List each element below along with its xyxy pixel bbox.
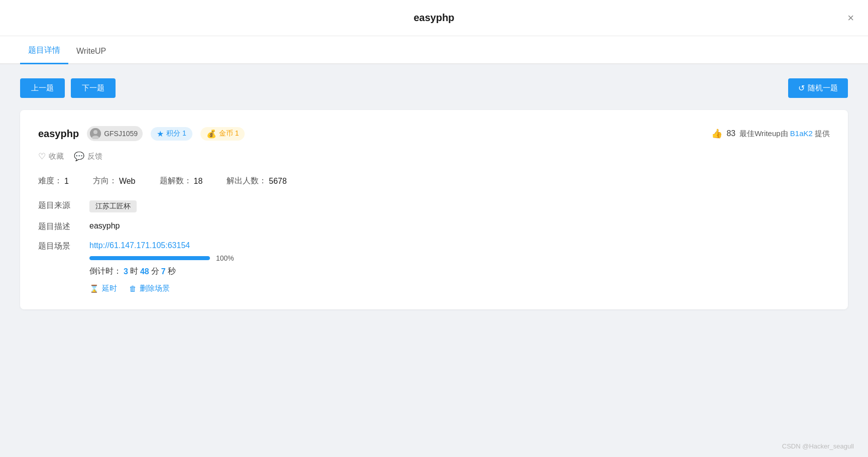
timer-seconds-unit: 秒: [168, 266, 176, 277]
timer-label: 倒计时：: [89, 266, 122, 277]
action-left: 上一题 下一题: [20, 78, 116, 98]
delay-icon: ⌛: [89, 284, 99, 293]
score-label: 积分 1: [166, 129, 186, 138]
progress-row: 100%: [89, 254, 234, 262]
direction-value: Web: [119, 177, 136, 186]
timer-seconds: 7: [161, 267, 166, 276]
author-badge: GFSJ1059: [87, 126, 143, 141]
difficulty-label: 难度：: [38, 176, 62, 186]
coin-icon: 💰: [206, 129, 216, 139]
scene-row: 题目场景 http://61.147.171.105:63154 100%: [38, 241, 830, 293]
author-name: GFSJ1059: [104, 130, 138, 138]
card-top: easyphp GFSJ1059 ★ 积分 1: [38, 126, 830, 141]
info-section: 题目来源 江苏工匠杯 题目描述 easyphp 题目场景 http://61.1…: [38, 200, 830, 293]
modal-container: easyphp × 题目详情 WriteUP 上一题 下一题 ↺ 随机一题 ea…: [0, 0, 868, 457]
delete-action[interactable]: 🗑 删除场景: [129, 284, 170, 293]
solvers-value: 5678: [269, 177, 287, 186]
scene-content: http://61.147.171.105:63154 100% 倒计时： 3 …: [89, 241, 234, 293]
source-value: 江苏工匠杯: [89, 200, 137, 212]
challenge-card: easyphp GFSJ1059 ★ 积分 1: [20, 110, 848, 309]
feedback-label: 反馈: [87, 152, 102, 161]
difficulty-item: 难度： 1: [38, 176, 69, 186]
challenge-title: easyphp: [38, 128, 79, 140]
random-button[interactable]: ↺ 随机一题: [788, 78, 848, 98]
star-icon: ★: [157, 129, 164, 139]
modal-header: easyphp ×: [0, 0, 868, 36]
scene-url[interactable]: http://61.147.171.105:63154: [89, 241, 190, 250]
tabs-bar: 题目详情 WriteUP: [0, 36, 868, 64]
writeup-credit: 最佳Writeup由 B1aK2 提供: [739, 129, 830, 139]
actions-row: ♡ 收藏 💬 反馈: [38, 151, 830, 162]
delete-label: 删除场景: [140, 284, 170, 293]
progress-text: 100%: [216, 254, 234, 262]
footer-actions: ⌛ 延时 🗑 删除场景: [89, 284, 234, 293]
source-row: 题目来源 江苏工匠杯: [38, 200, 830, 212]
collect-action[interactable]: ♡ 收藏: [38, 151, 64, 162]
random-button-label: 随机一题: [808, 83, 838, 93]
desc-row: 题目描述 easyphp: [38, 221, 830, 232]
prev-button[interactable]: 上一题: [20, 78, 65, 98]
modal-title: easyphp: [413, 12, 454, 24]
direction-item: 方向： Web: [93, 176, 136, 186]
timer-row: 倒计时： 3 时 48 分 7 秒: [89, 266, 234, 277]
refresh-icon: ↺: [798, 83, 805, 93]
heart-icon: ♡: [38, 151, 46, 162]
solutions-value: 18: [194, 177, 203, 186]
next-button[interactable]: 下一题: [71, 78, 116, 98]
timer-minutes: 48: [140, 267, 149, 276]
delay-action[interactable]: ⌛ 延时: [89, 284, 117, 293]
collect-label: 收藏: [49, 152, 64, 161]
solutions-label: 题解数：: [160, 176, 192, 186]
direction-label: 方向：: [93, 176, 117, 186]
timer-hours: 3: [124, 267, 128, 276]
score-badge: ★ 积分 1: [151, 127, 192, 141]
comment-icon: 💬: [74, 151, 84, 162]
thumbup-icon: 👍: [711, 128, 722, 139]
card-right: 👍 83 最佳Writeup由 B1aK2 提供: [711, 128, 830, 139]
feedback-action[interactable]: 💬 反馈: [74, 151, 102, 162]
meta-row: 难度： 1 方向： Web 题解数： 18 解出人数： 5678: [38, 176, 830, 186]
writeup-author: B1aK2: [790, 129, 813, 138]
scene-label: 题目场景: [38, 241, 83, 252]
progress-bar-fill: [89, 256, 210, 260]
card-title-row: easyphp GFSJ1059 ★ 积分 1: [38, 126, 245, 141]
trash-icon: 🗑: [129, 284, 137, 293]
tab-writeup[interactable]: WriteUP: [68, 38, 114, 64]
solvers-item: 解出人数： 5678: [227, 176, 287, 186]
tab-detail[interactable]: 题目详情: [20, 36, 68, 64]
difficulty-value: 1: [64, 177, 69, 186]
author-avatar: [90, 128, 101, 139]
svg-point-1: [93, 130, 97, 134]
action-bar: 上一题 下一题 ↺ 随机一题: [20, 78, 848, 98]
desc-label: 题目描述: [38, 221, 83, 232]
solutions-item: 题解数： 18: [160, 176, 203, 186]
coin-label: 金币 1: [219, 129, 239, 138]
timer-minutes-unit: 分: [151, 266, 159, 277]
delay-label: 延时: [102, 284, 117, 293]
like-count: 83: [726, 129, 735, 138]
close-button[interactable]: ×: [847, 13, 854, 24]
timer-hours-unit: 时: [130, 266, 138, 277]
source-label: 题目来源: [38, 200, 83, 211]
progress-bar-bg: [89, 256, 210, 260]
coin-badge: 💰 金币 1: [200, 127, 245, 141]
solvers-label: 解出人数：: [227, 176, 267, 186]
watermark: CSDN @Hacker_seagull: [782, 442, 854, 450]
content-area: 上一题 下一题 ↺ 随机一题 easyphp: [0, 64, 868, 457]
desc-value: easyphp: [89, 221, 120, 231]
